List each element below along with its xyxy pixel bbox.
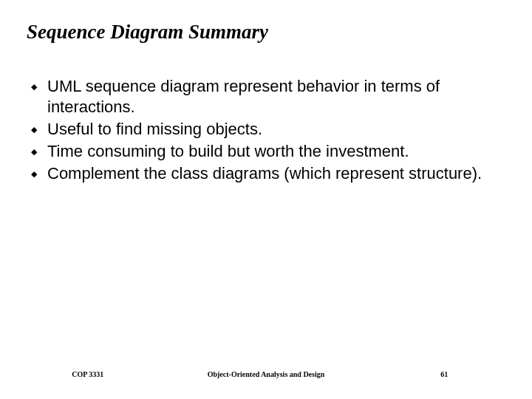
slide-footer: COP 3331 Object-Oriented Analysis and De… xyxy=(0,370,532,378)
slide-title: Sequence Diagram Summary xyxy=(27,21,505,44)
slide: Sequence Diagram Summary ◆ UML sequence … xyxy=(0,0,532,399)
bullet-text: Useful to find missing objects. xyxy=(47,119,262,140)
diamond-icon: ◆ xyxy=(31,119,47,140)
diamond-icon: ◆ xyxy=(31,163,47,184)
bullet-text: UML sequence diagram represent behavior … xyxy=(47,76,505,117)
footer-center: Object-Oriented Analysis and Design xyxy=(176,370,357,378)
bullet-list: ◆ UML sequence diagram represent behavio… xyxy=(27,76,505,184)
list-item: ◆ UML sequence diagram represent behavio… xyxy=(31,76,505,117)
bullet-text: Complement the class diagrams (which rep… xyxy=(47,163,482,184)
footer-right: 61 xyxy=(356,370,532,378)
footer-left: COP 3331 xyxy=(0,370,176,378)
list-item: ◆ Time consuming to build but worth the … xyxy=(31,141,505,162)
list-item: ◆ Useful to find missing objects. xyxy=(31,119,505,140)
diamond-icon: ◆ xyxy=(31,76,47,97)
diamond-icon: ◆ xyxy=(31,141,47,162)
bullet-text: Time consuming to build but worth the in… xyxy=(47,141,409,162)
list-item: ◆ Complement the class diagrams (which r… xyxy=(31,163,505,184)
